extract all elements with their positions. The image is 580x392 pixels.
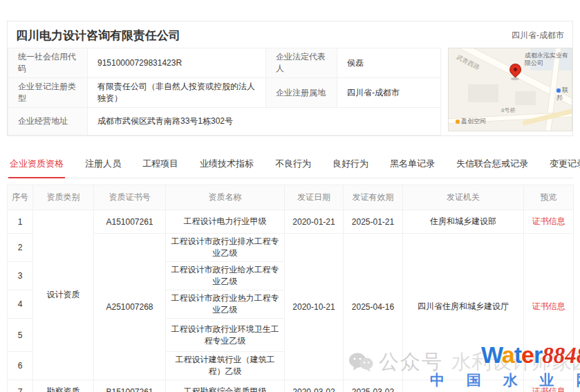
map-block — [515, 91, 536, 105]
company-header-card: 四川电力设计咨询有限责任公司 四川省-成都市 统一社会信用代码 91510000… — [7, 21, 573, 136]
cell-cert-no: A251007268 — [94, 234, 166, 380]
cell-qual-name: 工程设计市政行业环境卫生工程专业乙级 — [166, 319, 285, 352]
legal-rep-label: 企业法定代表人 — [266, 48, 337, 78]
tab-qualifications[interactable]: 企业资质资格 — [8, 155, 65, 178]
credit-code-value: 91510000729831423R — [88, 48, 266, 78]
map-block — [468, 84, 498, 102]
cell-authority: 四川省住房和城乡建设厅 — [403, 234, 524, 380]
col-header-preview: 预览 — [524, 185, 574, 210]
tab-registered-personnel[interactable]: 注册人员 — [84, 155, 122, 178]
cell-qual-name: 工程勘察综合资质甲级 — [166, 380, 285, 392]
cell-issue-date: 2020-10-21 — [285, 234, 344, 380]
map-company-label: 成都永泓实业有限公司 — [525, 52, 569, 67]
reg-type-label: 企业登记注册类型 — [8, 78, 88, 108]
map-poi-lianbang: 联邦 — [556, 86, 572, 102]
cell-qual-name: 工程设计市政行业排水工程专业乙级 — [166, 234, 285, 262]
address-label: 企业经营地址 — [8, 108, 88, 136]
cell-preview: 证书信息 — [524, 210, 574, 234]
cell-cert-no: B151007261 — [94, 380, 166, 392]
cell-serial: 2 — [8, 234, 33, 262]
tab-dishonesty-records[interactable]: 失信联合惩戒记录 — [455, 155, 530, 178]
col-header-issue-date: 发证日期 — [285, 185, 344, 210]
table-header-row: 序号 资质类别 资质证书号 资质名称 发证日期 发证有效期 发证机关 预览 — [8, 185, 574, 210]
page-title: 四川电力设计咨询有限责任公司 — [16, 28, 180, 44]
reg-type-value: 有限责任公司（非自然人投资或控股的法人独资） — [88, 78, 266, 108]
poi-icon — [556, 88, 561, 93]
cell-preview: 证书信息 — [524, 234, 574, 380]
tab-bar: 企业资质资格 注册人员 工程项目 业绩技术指标 不良行为 良好行为 黑名单记录 … — [7, 155, 573, 178]
map-poi-yingchuang: 盈创空间 — [456, 118, 486, 125]
table-row: 7 勘察资质 B151007261 工程勘察综合资质甲级 2020-03-02 … — [8, 380, 574, 392]
col-header-category: 资质类别 — [33, 185, 94, 210]
table-row: 1 设计资质 A151007261 工程设计电力行业甲级 2020-01-21 … — [8, 210, 574, 234]
cell-valid-until: 2025-04-16 — [344, 234, 403, 380]
cell-issue-date: 2020-03-02 — [285, 380, 344, 392]
col-header-serial: 序号 — [8, 185, 33, 210]
tab-bad-behavior[interactable]: 不良行为 — [274, 155, 312, 178]
tab-change-records[interactable]: 变更记录 — [548, 155, 580, 178]
map-thumbnail[interactable]: 武青西路 成都永泓实业有限公司 联邦 盈创空间 8号桥 — [448, 48, 572, 131]
cell-serial: 3 — [8, 262, 33, 290]
info-row-3: 企业经营地址 成都市武侯区武青南路33号1栋302号 — [8, 108, 441, 136]
col-header-authority: 发证机关 — [403, 185, 524, 210]
col-header-cert-no: 资质证书号 — [94, 185, 166, 210]
col-header-name: 资质名称 — [166, 185, 285, 210]
tab-blacklist[interactable]: 黑名单记录 — [389, 155, 436, 178]
page: 四川电力设计咨询有限责任公司 四川省-成都市 统一社会信用代码 91510000… — [0, 0, 580, 392]
qualification-table: 序号 资质类别 资质证书号 资质名称 发证日期 发证有效期 发证机关 预览 1 … — [7, 185, 574, 392]
cell-valid-until: 2025-01-21 — [344, 210, 403, 234]
legal-rep-value: 侯磊 — [337, 48, 441, 78]
address-value: 成都市武侯区武青南路33号1栋302号 — [88, 108, 441, 136]
reg-region-value: 四川省-成都市 — [337, 78, 441, 108]
cell-serial: 1 — [8, 210, 33, 234]
cell-serial: 7 — [8, 380, 33, 392]
cell-authority: 住房和城乡建设部 — [403, 380, 524, 392]
tab-projects[interactable]: 工程项目 — [141, 155, 180, 178]
reg-region-label: 企业注册属地 — [266, 78, 337, 108]
region-label: 四川省-成都市 — [512, 30, 564, 41]
cell-valid-until: 2025-03-02 — [344, 380, 403, 392]
cell-qual-name: 工程设计市政行业热力工程专业乙级 — [166, 290, 285, 319]
credit-code-label: 统一社会信用代码 — [8, 48, 88, 78]
poi-icon — [456, 120, 460, 124]
cell-serial: 4 — [8, 290, 33, 319]
tab-performance-indicators[interactable]: 业绩技术指标 — [198, 155, 255, 178]
cell-issue-date: 2020-01-21 — [285, 210, 344, 234]
cell-qual-name: 工程设计电力行业甲级 — [166, 210, 285, 234]
col-header-valid-until: 发证有效期 — [344, 185, 403, 210]
cell-cert-no: A151007261 — [94, 210, 166, 234]
cell-category-survey: 勘察资质 — [33, 380, 94, 392]
cell-preview: 证书信息 — [524, 380, 574, 392]
title-row: 四川电力设计咨询有限责任公司 四川省-成都市 — [8, 21, 572, 48]
info-row-2: 企业登记注册类型 有限责任公司（非自然人投资或控股的法人独资） 企业注册属地 四… — [8, 78, 441, 108]
map-poi-yingchuang-label: 盈创空间 — [461, 118, 486, 124]
cell-serial: 6 — [8, 352, 33, 380]
cell-qual-name: 工程设计建筑行业（建筑工程）乙级 — [166, 352, 285, 380]
company-info-table: 统一社会信用代码 91510000729831423R 企业法定代表人 侯磊 企… — [8, 48, 441, 136]
cell-serial: 5 — [8, 319, 33, 352]
info-row-1: 统一社会信用代码 91510000729831423R 企业法定代表人 侯磊 — [8, 48, 441, 78]
company-info-section: 统一社会信用代码 91510000729831423R 企业法定代表人 侯磊 企… — [8, 48, 572, 136]
cert-info-link[interactable]: 证书信息 — [532, 386, 565, 392]
cell-authority: 住房和城乡建设部 — [403, 210, 524, 234]
map-poi-bridge: 8号桥 — [501, 106, 515, 114]
cert-info-link[interactable]: 证书信息 — [532, 216, 565, 226]
cell-category-design: 设计资质 — [33, 210, 94, 380]
cert-info-link[interactable]: 证书信息 — [532, 301, 565, 311]
tab-good-behavior[interactable]: 良好行为 — [331, 155, 370, 178]
cell-qual-name: 工程设计市政行业给水工程专业乙级 — [166, 262, 285, 290]
